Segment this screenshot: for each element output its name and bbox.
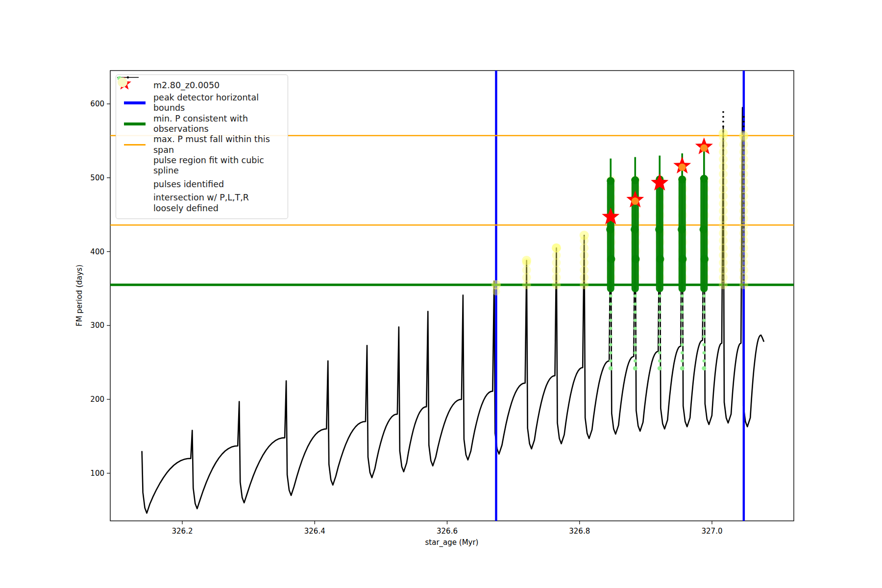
spline-dark-bump — [606, 225, 614, 234]
spline-dark-column — [700, 178, 708, 293]
spline-light-dot — [634, 294, 637, 298]
spline-thin-peak — [703, 150, 705, 178]
legend-item-max-p: max. P must fall within this span — [121, 134, 282, 155]
spline-light-dot — [681, 311, 684, 314]
yellow-marker — [739, 131, 748, 140]
x-axis-label: star_age (Myr) — [425, 538, 479, 547]
figure: 326.2326.4326.6326.8327.0100200300400500… — [0, 0, 882, 588]
spline-light-dot — [702, 359, 706, 363]
y-tick-label: 100 — [90, 469, 104, 478]
spline-light-dot — [702, 366, 706, 370]
spline-dark-column — [679, 178, 686, 292]
spline-light-dot — [681, 335, 684, 339]
spline-light-dot — [702, 335, 706, 339]
x-tick-label: 326.6 — [437, 527, 458, 536]
spline-light-dot — [658, 327, 662, 330]
y-tick-label: 200 — [90, 395, 104, 404]
yellow-column — [522, 256, 531, 289]
spline-light-dot — [658, 366, 662, 370]
spline-column — [606, 159, 615, 371]
curve-dot — [743, 116, 745, 118]
spline-light-dot — [681, 359, 684, 363]
spline-dark-bump — [656, 255, 664, 263]
spline-light-dot — [634, 343, 637, 346]
spline-column — [631, 157, 640, 371]
x-tick-label: 327.0 — [702, 527, 723, 536]
y-axis-label: FM period (days) — [75, 265, 84, 326]
spline-light-dot — [702, 311, 706, 314]
spline-light-dot — [634, 327, 637, 330]
spline-light-dot — [658, 335, 662, 339]
blue-line-icon — [121, 101, 149, 104]
spline-light-dot — [634, 335, 637, 339]
star-halo-orange — [632, 197, 639, 205]
spline-light-dot — [633, 366, 637, 370]
spline-light-dot — [634, 302, 637, 306]
curve-dot — [722, 121, 724, 122]
yellow-column — [580, 231, 589, 290]
spline-light-dot — [658, 318, 662, 322]
orange-line-icon — [121, 144, 149, 146]
star-halo-orange — [679, 164, 686, 171]
spline-light-dot — [658, 311, 662, 314]
spline-light-dot — [658, 343, 662, 346]
spline-light-dot — [702, 302, 706, 306]
spline-dark-column — [607, 180, 614, 292]
x-tick-label: 326.8 — [569, 527, 590, 536]
spline-dark-bump — [655, 225, 663, 234]
legend-item-blue-bounds: peak detector horizontal bounds — [121, 93, 282, 114]
spline-light-dot — [609, 343, 612, 346]
yellow-column — [739, 116, 748, 289]
legend-label: intersection w/ P,L,T,R loosely defined — [153, 193, 249, 214]
spline-dark-bump — [607, 255, 615, 263]
curve-dot — [743, 125, 745, 127]
spline-light-dot — [609, 335, 612, 339]
legend: m2.80_z0.0050 peak detector horizontal b… — [116, 74, 288, 219]
spline-light-dot — [658, 351, 662, 355]
spline-light-dot — [609, 351, 612, 355]
spline-dark-bump — [679, 255, 687, 263]
legend-item-intersection: intersection w/ P,L,T,R loosely defined — [121, 193, 282, 214]
y-tick-label: 500 — [90, 173, 104, 182]
star-halo-orange — [700, 144, 708, 151]
spline-light-dot — [681, 351, 684, 355]
spline-light-dot — [634, 311, 637, 314]
yellow-marker — [522, 256, 531, 265]
spline-light-dot — [681, 302, 684, 306]
spline-light-dot — [680, 366, 685, 370]
x-tick-label: 326.2 — [172, 527, 193, 536]
curve-dot — [722, 111, 724, 113]
x-tick-label: 326.4 — [304, 527, 325, 536]
spline-dark-bump — [632, 255, 640, 263]
spline-dark-column — [656, 178, 663, 292]
spline-light-dot — [609, 359, 612, 363]
legend-label: max. P must fall within this span — [153, 134, 282, 155]
legend-label: pulses identified — [153, 179, 224, 190]
spline-light-dot — [702, 351, 706, 355]
spline-dark-bump — [699, 225, 708, 234]
legend-label: m2.80_z0.0050 — [153, 80, 220, 91]
legend-item-min-p: min. P consistent with observations — [121, 114, 282, 135]
legend-label: pulse region fit with cubic spline — [153, 155, 282, 176]
spline-light-dot — [634, 351, 637, 355]
spline-light-dot — [658, 359, 662, 363]
spline-light-dot — [702, 318, 706, 322]
spline-light-dot — [609, 327, 612, 330]
curve-dot — [722, 125, 724, 127]
legend-item-spline: pulse region fit with cubic spline — [121, 155, 282, 176]
yellow-column — [718, 111, 728, 290]
y-tick-label: 600 — [90, 99, 104, 108]
y-tick-label: 400 — [90, 247, 104, 256]
spline-light-dot — [702, 294, 706, 298]
spline-thin-peak — [634, 157, 636, 179]
green-line-icon — [121, 122, 149, 125]
spline-thin-peak — [610, 159, 612, 180]
spline-light-dot — [634, 359, 637, 363]
yellow-marker — [552, 243, 561, 252]
spline-light-dot — [658, 302, 662, 306]
legend-label: peak detector horizontal bounds — [153, 93, 282, 114]
spline-light-dot — [609, 366, 613, 370]
spline-light-dot — [658, 294, 662, 298]
yellow-marker — [492, 288, 500, 295]
legend-label: min. P consistent with observations — [153, 114, 282, 135]
